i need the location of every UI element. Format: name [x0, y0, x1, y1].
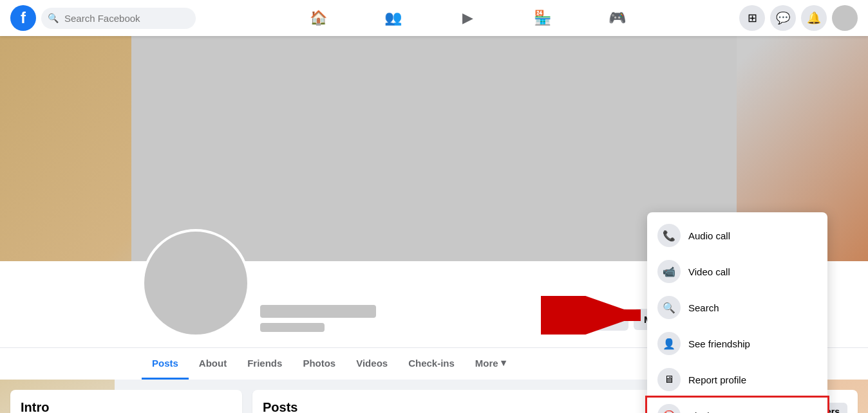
audio-call-label: Audio call — [688, 230, 730, 241]
profile-name-placeholder — [260, 305, 376, 318]
watch-icon: ▶ — [462, 10, 473, 26]
intro-col: Intro — [10, 390, 242, 413]
see-friendship-label: See friendship — [688, 338, 750, 349]
tab-more-label: More — [475, 358, 498, 369]
block-icon: 🚫 — [657, 404, 681, 413]
tab-more[interactable]: More ▾ — [465, 348, 516, 380]
marketplace-nav-button[interactable]: 🏪 — [506, 3, 578, 33]
profile-avatar — [142, 229, 250, 337]
cover-photo — [131, 36, 737, 261]
search-wrap: 🔍 — [41, 8, 196, 29]
profile-subinfo-placeholder — [260, 323, 325, 332]
dropdown-video-call[interactable]: 📹 Video call — [647, 253, 827, 289]
audio-call-icon: 📞 — [657, 224, 681, 247]
topnav-right: ⊞ 💬 🔔 — [739, 5, 858, 31]
marketplace-icon: 🏪 — [534, 10, 551, 26]
friends-nav-button[interactable]: 👥 — [357, 3, 429, 33]
dropdown-search[interactable]: 🔍 Search — [647, 289, 827, 326]
fb-logo[interactable]: f — [10, 5, 36, 31]
fb-logo-text: f — [21, 9, 26, 27]
tab-videos[interactable]: Videos — [346, 349, 398, 380]
search-icon: 🔍 — [48, 13, 59, 23]
chevron-down-icon: ▾ — [501, 357, 506, 369]
tab-posts[interactable]: Posts — [142, 349, 189, 380]
gaming-nav-button[interactable]: 🎮 — [581, 3, 653, 33]
intro-title: Intro — [21, 400, 232, 413]
tab-checkins[interactable]: Check-ins — [398, 349, 465, 380]
search-label: Search — [688, 302, 719, 313]
dropdown-block[interactable]: 🚫 Block — [647, 398, 827, 413]
tab-about[interactable]: About — [189, 349, 237, 380]
dropdown-menu: 📞 Audio call 📹 Video call 🔍 Search 👤 See… — [647, 212, 827, 413]
search-input[interactable] — [41, 8, 196, 29]
video-call-label: Video call — [688, 266, 730, 277]
topnav-left: f 🔍 — [10, 5, 196, 31]
profile-info — [260, 305, 562, 337]
user-avatar[interactable] — [832, 5, 858, 31]
gaming-icon: 🎮 — [609, 10, 626, 26]
dropdown-audio-call[interactable]: 📞 Audio call — [647, 217, 827, 253]
report-profile-icon: 🖥 — [657, 368, 681, 391]
bell-icon: 🔔 — [807, 11, 821, 25]
intro-card: Intro — [10, 390, 242, 413]
profile-tabs: Posts About Friends Photos Videos Check-… — [131, 348, 737, 380]
tab-photos[interactable]: Photos — [292, 349, 346, 380]
report-profile-label: Report profile — [688, 374, 746, 385]
grid-button[interactable]: ⊞ — [739, 5, 765, 31]
cover-photo-inner — [131, 36, 737, 261]
messenger-icon: 💬 — [776, 11, 790, 25]
home-icon: 🏠 — [310, 10, 327, 26]
topnav: f 🔍 🏠 👥 ▶ 🏪 🎮 ⊞ 💬 🔔 — [0, 0, 868, 36]
notifications-button[interactable]: 🔔 — [801, 5, 827, 31]
dropdown-see-friendship[interactable]: 👤 See friendship — [647, 326, 827, 362]
watch-nav-button[interactable]: ▶ — [431, 3, 504, 33]
block-label: Block — [688, 410, 712, 414]
messenger-button[interactable]: 💬 — [770, 5, 796, 31]
topnav-center: 🏠 👥 ▶ 🏪 🎮 — [282, 3, 653, 33]
posts-title: Posts — [263, 400, 297, 413]
red-arrow-indicator — [541, 296, 657, 335]
tab-friends[interactable]: Friends — [237, 349, 292, 380]
home-nav-button[interactable]: 🏠 — [282, 3, 354, 33]
dropdown-report-profile[interactable]: 🖥 Report profile — [647, 362, 827, 398]
video-call-icon: 📹 — [657, 260, 681, 283]
search-dropdown-icon: 🔍 — [657, 296, 681, 319]
see-friendship-icon: 👤 — [657, 332, 681, 355]
grid-icon: ⊞ — [748, 11, 757, 25]
friends-icon: 👥 — [384, 10, 402, 26]
